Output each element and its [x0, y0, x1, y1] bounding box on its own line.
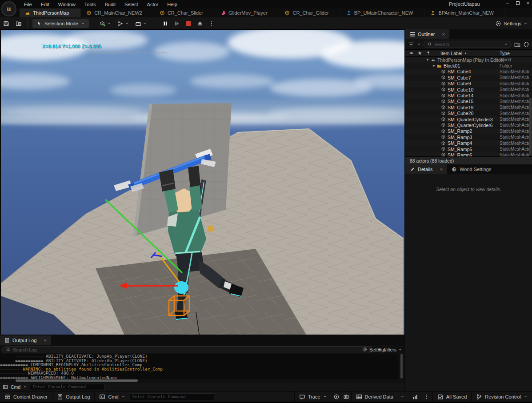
close-icon[interactable]: ×	[442, 32, 445, 37]
close-button[interactable]: ×	[527, 0, 529, 6]
asset-tab-BP_UMainCharacter_NEW[interactable]: BP_UMainCharacter_NEW	[341, 8, 425, 17]
asset-tab-BPAnim_MainChar_NEW[interactable]: BPAnim_MainChar_NEW	[425, 8, 506, 17]
pin-icon[interactable]	[426, 51, 431, 56]
3d-viewport[interactable]: X=0.014 Y=1.000 Z=-0.005 'DisableAllScre…	[1, 29, 404, 335]
asset-tab-ThirdPersonMap[interactable]: ThirdPersonMap	[20, 8, 81, 17]
content-drawer-button[interactable]: Content Drawer	[0, 391, 52, 402]
add-actor-button[interactable]	[96, 17, 114, 29]
outliner-row[interactable]: SM_Cube20 StaticMeshActor	[405, 111, 532, 116]
log-lines[interactable]: =========== ABILITY_DEACTIVATE: JumpAb_P…	[0, 354, 398, 379]
gear-icon[interactable]	[523, 41, 529, 48]
asset-tab-CR_MainChar_NEW2[interactable]: CR_MainChar_NEW2	[81, 8, 154, 17]
column-item-label[interactable]: Item Label▲	[440, 51, 467, 56]
more-options-button[interactable]	[421, 391, 432, 402]
outliner-tree: ▼ThirdPersonMap (Play In Editor) World ▼…	[405, 57, 532, 156]
eye-icon[interactable]	[409, 51, 414, 56]
static-mesh-icon	[441, 87, 446, 92]
cmd-dropdown-label[interactable]: Cmd	[11, 384, 20, 390]
insights-button[interactable]	[332, 391, 341, 402]
outliner-row[interactable]: SM_QuarterCylinder6 StaticMeshActor	[405, 122, 532, 128]
outliner-row[interactable]: SM_Ramp2 StaticMeshActor	[405, 128, 532, 134]
tab-outliner[interactable]: Outliner ×	[405, 29, 449, 39]
asset-tab-GliderMov_Player[interactable]: GliderMov_Player	[215, 8, 279, 17]
rig-icon	[284, 10, 290, 16]
static-mesh-icon	[441, 129, 446, 134]
derived-data-dropdown[interactable]: Derived Data	[352, 391, 409, 402]
outliner-row[interactable]: SM_Ramp4 StaticMeshActor	[405, 140, 532, 146]
content-browser-button[interactable]	[12, 17, 25, 29]
chevron-down-icon[interactable]	[23, 385, 27, 389]
outliner-row[interactable]: SM_Ramp6 StaticMeshActor	[405, 152, 532, 156]
menu-build[interactable]: Build	[100, 1, 120, 8]
cinematics-button[interactable]	[132, 17, 150, 29]
chevron-down-icon[interactable]	[417, 42, 421, 46]
filter-icon[interactable]	[408, 41, 414, 48]
outliner-row[interactable]: SM_Cube19 StaticMeshActor	[405, 104, 532, 110]
chevron-down-icon	[398, 347, 402, 351]
viewport-settings-dropdown[interactable]: Settings	[495, 20, 528, 27]
outliner-search-input[interactable]: Search...	[424, 41, 512, 48]
asset-tab-CR_Char_Slider[interactable]: CR_Char_Slider	[154, 8, 215, 17]
log-line: =========== SWITCHMOVEMENT: NotImplement…	[0, 375, 398, 379]
log-settings-dropdown[interactable]: Settings	[363, 347, 392, 352]
create-folder-icon[interactable]	[514, 41, 520, 48]
all-saved-button[interactable]: All Saved	[433, 391, 471, 402]
static-mesh-icon	[441, 75, 446, 80]
tab-world-settings[interactable]: World Settings	[447, 164, 496, 174]
close-icon[interactable]: ×	[44, 338, 46, 343]
status-console-input[interactable]: Enter Console Command	[130, 393, 214, 400]
derived-data-icon	[356, 394, 362, 400]
outliner-tab-label: Outliner	[418, 32, 435, 37]
revision-control-dropdown[interactable]: Revision Control	[472, 391, 532, 402]
menu-edit[interactable]: Edit	[36, 1, 54, 8]
outliner-row[interactable]: ▼ThirdPersonMap (Play In Editor) World	[405, 57, 532, 63]
asset-tab-CR_Char_Glider[interactable]: CR_Char_Glider	[279, 8, 340, 17]
cmd-dropdown[interactable]: Cmd	[95, 391, 129, 402]
outliner-row[interactable]: ▼Block01 Folder	[405, 63, 532, 68]
outliner-row[interactable]: SM_Cube14 StaticMeshActor	[405, 92, 532, 98]
outliner-row[interactable]: SM_Cube10 StaticMeshActor	[405, 87, 532, 92]
rig-icon	[86, 10, 92, 16]
menu-tools[interactable]: Tools	[80, 1, 100, 8]
blueprints-button[interactable]	[114, 17, 132, 29]
maximize-button[interactable]	[516, 1, 520, 5]
settings-label: Settings	[504, 21, 521, 26]
unreal-editor-window: u FileEditWindowToolsBuildSelectActorHel…	[0, 0, 532, 403]
star-icon[interactable]	[417, 51, 422, 56]
close-icon[interactable]: ×	[440, 167, 443, 172]
tab-output-log[interactable]: Output Log ×	[0, 335, 51, 345]
output-log-button[interactable]: Output Log	[52, 391, 94, 402]
outliner-row[interactable]: SM_Cube15 StaticMeshActor	[405, 99, 532, 104]
pause-button[interactable]	[160, 19, 170, 28]
outliner-scrollbar[interactable]	[529, 98, 532, 156]
console-command-input[interactable]: Enter Console Command	[30, 384, 104, 390]
outliner-row[interactable]: SM_Cube9 StaticMeshActor	[405, 81, 532, 87]
column-type[interactable]: Type	[500, 51, 510, 56]
snapshot-button[interactable]	[341, 391, 351, 402]
log-vertical-scrollbar[interactable]	[400, 354, 403, 379]
menu-select[interactable]: Select	[120, 1, 143, 8]
log-horizontal-scrollbar[interactable]	[16, 379, 138, 382]
stop-button[interactable]	[184, 19, 193, 28]
static-mesh-icon	[441, 93, 446, 98]
menu-file[interactable]: File	[20, 1, 36, 8]
log-search-input[interactable]: Search Log	[2, 346, 373, 353]
minimize-button[interactable]: –	[506, 0, 508, 6]
outliner-row[interactable]: SM_Ramp5 StaticMeshActor	[405, 146, 532, 152]
outliner-row[interactable]: SM_QuarterCylinder3 StaticMeshActor	[405, 116, 532, 122]
menu-window[interactable]: Window	[54, 1, 80, 8]
stats-button[interactable]	[409, 391, 421, 402]
eject-button[interactable]	[195, 19, 205, 28]
selection-mode-dropdown[interactable]: Selection Mode	[32, 19, 89, 28]
rig-icon	[160, 10, 165, 16]
menu-actor[interactable]: Actor	[143, 1, 163, 8]
save-button[interactable]	[0, 17, 12, 29]
play-options-button[interactable]	[207, 19, 216, 28]
trace-dropdown[interactable]: Trace	[295, 391, 332, 402]
menu-help[interactable]: Help	[163, 1, 182, 8]
frame-skip-button[interactable]	[172, 19, 182, 28]
tab-details[interactable]: Details ×	[405, 164, 447, 174]
outliner-row[interactable]: SM_Ramp3 StaticMeshActor	[405, 134, 532, 140]
outliner-row[interactable]: SM_Cube4 StaticMeshActor	[405, 69, 532, 75]
outliner-row[interactable]: SM_Cube7 StaticMeshActor	[405, 75, 532, 80]
